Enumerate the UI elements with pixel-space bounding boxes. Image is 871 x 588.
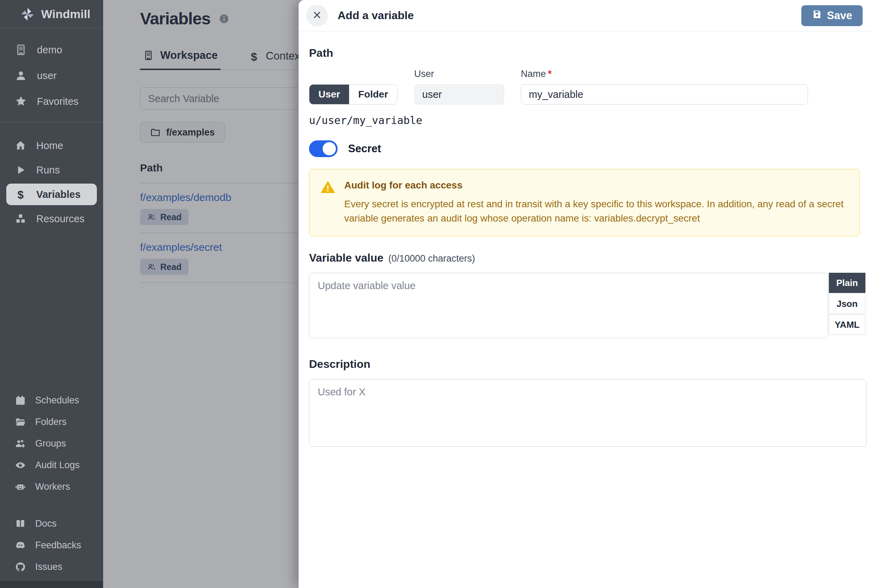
workspace-section: demo user Favorites bbox=[0, 28, 103, 114]
character-counter: (0/10000 characters) bbox=[388, 253, 475, 264]
home-icon bbox=[15, 140, 27, 151]
user-field-label: User bbox=[414, 69, 504, 79]
sidebar-item-label: Workers bbox=[35, 482, 70, 492]
secret-row: Secret bbox=[309, 141, 865, 157]
sidebar-item-runs[interactable]: Runs bbox=[0, 158, 103, 182]
play-icon bbox=[15, 164, 27, 176]
building-icon bbox=[15, 43, 27, 56]
app-logo-label: Windmill bbox=[41, 7, 90, 21]
close-button[interactable] bbox=[306, 5, 328, 27]
sidebar-item-variables[interactable]: $ Variables bbox=[6, 184, 97, 205]
audit-log-warning: Audit log for each access Every secret i… bbox=[309, 169, 860, 236]
warning-title: Audit log for each access bbox=[344, 180, 849, 191]
sidebar-item-home[interactable]: Home bbox=[0, 133, 103, 158]
user-field-input[interactable] bbox=[414, 84, 504, 105]
sidebar-item-workers[interactable]: Workers bbox=[0, 476, 103, 497]
footer-section: Docs Feedbacks Issues bbox=[0, 497, 103, 581]
sidebar-item-workspace-demo[interactable]: demo bbox=[0, 37, 103, 63]
github-icon bbox=[15, 561, 26, 573]
toggle-knob bbox=[323, 142, 336, 156]
sidebar-item-label: Audit Logs bbox=[35, 460, 80, 471]
sidebar-item-label: demo bbox=[37, 44, 62, 56]
value-editor-row: Plain Json YAML bbox=[309, 273, 865, 338]
name-field-label: Name bbox=[521, 69, 546, 79]
name-field: Name* bbox=[521, 69, 808, 105]
format-tabs: Plain Json YAML bbox=[829, 273, 865, 335]
star-icon bbox=[15, 95, 27, 108]
user-icon bbox=[15, 69, 27, 82]
sidebar-item-label: Home bbox=[36, 140, 63, 151]
path-preview: u/user/my_variable bbox=[309, 114, 865, 126]
format-tab-plain[interactable]: Plain bbox=[829, 273, 865, 293]
variable-value-heading: Variable value bbox=[309, 251, 383, 264]
sidebar-item-user[interactable]: user bbox=[0, 63, 103, 88]
app-logo[interactable]: Windmill bbox=[0, 0, 103, 28]
groups-icon bbox=[15, 438, 26, 449]
sidebar-item-audit-logs[interactable]: Audit Logs bbox=[0, 454, 103, 476]
save-button-label: Save bbox=[827, 9, 852, 22]
warning-icon bbox=[320, 180, 335, 196]
save-button[interactable]: Save bbox=[801, 5, 863, 26]
sidebar-spacer bbox=[0, 231, 103, 389]
calendar-icon bbox=[15, 395, 26, 406]
owner-kind-toggle: User Folder bbox=[309, 84, 398, 105]
format-tab-json[interactable]: Json bbox=[829, 294, 865, 314]
warning-body: Every secret is encrypted at rest and in… bbox=[344, 197, 849, 225]
sidebar-item-schedules[interactable]: Schedules bbox=[0, 389, 103, 411]
description-textarea[interactable] bbox=[309, 379, 867, 447]
description-section: Description bbox=[309, 358, 865, 447]
sidebar-item-label: Docs bbox=[35, 518, 57, 529]
discord-icon bbox=[15, 540, 26, 551]
sidebar-item-label: Variables bbox=[36, 189, 81, 200]
owner-kind-folder-option[interactable]: Folder bbox=[349, 85, 397, 104]
sidebar-item-label: Feedbacks bbox=[35, 540, 81, 551]
drawer-header: Add a variable Save bbox=[299, 0, 871, 31]
sidebar-item-label: Folders bbox=[35, 417, 67, 427]
sidebar-item-label: Groups bbox=[35, 438, 66, 449]
format-tab-yaml[interactable]: YAML bbox=[829, 314, 865, 335]
robot-icon bbox=[15, 481, 26, 492]
sidebar-item-folders[interactable]: Folders bbox=[0, 411, 103, 432]
nav-section: Home Runs $ Variables Resources bbox=[0, 122, 103, 231]
sidebar-item-label: user bbox=[37, 70, 57, 82]
sidebar-item-favorites[interactable]: Favorites bbox=[0, 88, 103, 114]
folder-open-icon bbox=[15, 416, 26, 428]
add-variable-drawer: Add a variable Save Path User Folder Use… bbox=[299, 0, 871, 588]
secret-toggle-label: Secret bbox=[348, 142, 381, 155]
book-icon bbox=[15, 518, 26, 530]
owner-kind-user-option[interactable]: User bbox=[309, 85, 349, 104]
sidebar-item-label: Resources bbox=[36, 213, 85, 225]
path-fields-row: User Folder User Name* bbox=[309, 69, 865, 105]
sidebar-item-groups[interactable]: Groups bbox=[0, 432, 103, 454]
variable-value-heading-row: Variable value (0/10000 characters) bbox=[309, 251, 865, 264]
close-icon bbox=[312, 10, 322, 21]
sidebar-item-label: Schedules bbox=[35, 395, 79, 406]
variable-value-textarea[interactable] bbox=[309, 273, 828, 338]
cubes-icon bbox=[15, 213, 27, 225]
drawer-body: Path User Folder User Name* u/user/my_va… bbox=[299, 31, 871, 447]
eye-icon bbox=[15, 459, 26, 471]
sidebar-item-resources[interactable]: Resources bbox=[0, 206, 103, 231]
user-field: User bbox=[414, 69, 504, 105]
sidebar: Windmill demo user Favorites Ho bbox=[0, 0, 103, 588]
description-heading: Description bbox=[309, 358, 865, 371]
sidebar-item-label: Issues bbox=[35, 561, 62, 572]
sidebar-item-docs[interactable]: Docs bbox=[0, 513, 103, 534]
sidebar-item-label: Runs bbox=[36, 165, 60, 176]
required-asterisk: * bbox=[548, 69, 552, 79]
sidebar-item-feedbacks[interactable]: Feedbacks bbox=[0, 534, 103, 556]
sidebar-item-issues[interactable]: Issues bbox=[0, 556, 103, 578]
admin-section: Schedules Folders Groups Audit Logs Work… bbox=[0, 389, 103, 497]
secret-toggle[interactable] bbox=[309, 141, 338, 157]
sidebar-bottom-strip bbox=[0, 581, 103, 588]
dollar-icon: $ bbox=[15, 189, 27, 200]
windmill-logo-icon bbox=[19, 6, 36, 22]
save-icon bbox=[812, 9, 822, 22]
sidebar-item-label: Favorites bbox=[37, 96, 78, 107]
path-section-heading: Path bbox=[309, 47, 865, 60]
drawer-title: Add a variable bbox=[338, 9, 414, 22]
name-field-input[interactable] bbox=[521, 84, 808, 105]
